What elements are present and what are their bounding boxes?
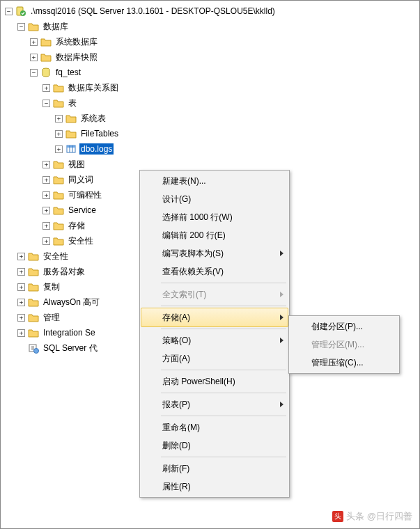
menu-delete[interactable]: 删除(D)	[141, 436, 288, 455]
expand-icon[interactable]: +	[17, 283, 25, 291]
db-security-label: 安全性	[67, 235, 95, 248]
databases-node[interactable]: − 数据库	[5, 19, 419, 34]
expand-icon[interactable]: +	[55, 115, 63, 123]
expand-icon[interactable]: +	[42, 207, 50, 214]
system-tables-label: 系统表	[79, 112, 107, 125]
collapse-icon[interactable]: −	[30, 69, 38, 77]
server-node[interactable]: − .\mssql2016 (SQL Server 13.0.1601 - DE…	[5, 3, 419, 19]
expand-icon[interactable]: +	[42, 84, 50, 92]
expand-icon[interactable]: +	[30, 38, 38, 46]
views-label: 视图	[67, 158, 86, 171]
management-label: 管理	[42, 311, 61, 324]
expand-icon[interactable]: +	[17, 268, 25, 276]
menu-label: 管理分区(M)...	[311, 339, 364, 351]
db-snapshot-node[interactable]: + 数据库快照	[5, 49, 419, 65]
synonyms-label: 同义词	[67, 173, 95, 187]
expand-icon[interactable]: +	[30, 54, 38, 61]
folder-icon	[28, 327, 39, 338]
service-broker-label: Service	[67, 205, 98, 216]
folder-icon	[40, 36, 52, 47]
menu-label: 属性(R)	[162, 481, 191, 493]
menu-separator	[161, 329, 286, 329]
menu-label: 刷新(F)	[162, 463, 189, 475]
database-fq-test-node[interactable]: − fq_test	[5, 65, 419, 80]
db-diagrams-node[interactable]: + 数据库关系图	[5, 80, 419, 95]
menu-label: 全文索引(T)	[162, 289, 206, 301]
submenu-manage-partition: 管理分区(M)...	[290, 335, 398, 354]
menu-label: 新建表(N)...	[162, 175, 206, 187]
security-label: 安全性	[42, 250, 70, 263]
menu-label: 方面(A)	[162, 353, 190, 365]
expand-icon[interactable]: +	[42, 191, 50, 199]
menu-label: 编辑前 200 行(E)	[162, 230, 226, 242]
menu-label: 选择前 1000 行(W)	[162, 212, 233, 223]
menu-script-table-as[interactable]: 编写表脚本为(S)	[141, 244, 288, 262]
menu-separator	[161, 306, 286, 306]
menu-refresh[interactable]: 刷新(F)	[141, 459, 288, 477]
submenu-arrow-icon	[280, 402, 283, 407]
storage-submenu: 创建分区(P)... 管理分区(M)... 管理压缩(C)...	[288, 315, 400, 374]
system-tables-node[interactable]: + 系统表	[5, 111, 419, 126]
menu-rename[interactable]: 重命名(M)	[141, 418, 288, 436]
folder-icon	[53, 235, 64, 246]
menu-view-dependencies[interactable]: 查看依赖关系(V)	[141, 262, 288, 281]
database-icon	[40, 67, 52, 78]
menu-policies[interactable]: 策略(O)	[141, 331, 288, 349]
menu-select-top-1000[interactable]: 选择前 1000 行(W)	[141, 208, 288, 226]
menu-properties[interactable]: 属性(R)	[141, 477, 288, 496]
database-fq-test-label: fq_test	[54, 67, 82, 78]
menu-fulltext-index: 全文索引(T)	[141, 285, 288, 303]
menu-design[interactable]: 设计(G)	[141, 190, 288, 208]
expand-icon[interactable]: +	[17, 329, 25, 337]
menu-label: 删除(D)	[162, 440, 191, 452]
collapse-icon[interactable]: −	[5, 8, 13, 15]
menu-label: 编写表脚本为(S)	[162, 248, 224, 260]
expand-icon[interactable]: +	[55, 145, 63, 153]
submenu-create-partition[interactable]: 创建分区(P)...	[290, 317, 398, 335]
watermark: 头 头条 @日行四善	[332, 510, 412, 523]
databases-label: 数据库	[42, 20, 70, 33]
file-tables-node[interactable]: + FileTables	[5, 126, 419, 141]
expand-icon[interactable]: +	[17, 314, 25, 322]
menu-new-table[interactable]: 新建表(N)...	[141, 172, 288, 190]
expand-icon[interactable]: +	[55, 130, 63, 138]
server-label: .\mssql2016 (SQL Server 13.0.1601 - DESK…	[29, 6, 277, 17]
expand-icon[interactable]: +	[42, 237, 50, 245]
folder-icon	[28, 297, 39, 308]
menu-separator	[161, 457, 286, 457]
tables-node[interactable]: − 表	[5, 95, 419, 111]
menu-separator	[161, 393, 286, 393]
table-dbo-logs-node[interactable]: + dbo.logs	[5, 141, 419, 157]
collapse-icon[interactable]: −	[42, 100, 50, 107]
system-databases-node[interactable]: + 系统数据库	[5, 34, 419, 49]
expand-icon[interactable]: +	[42, 176, 50, 184]
replication-label: 复制	[42, 281, 61, 294]
submenu-arrow-icon	[280, 315, 283, 320]
menu-label: 重命名(M)	[162, 422, 200, 434]
submenu-arrow-icon	[280, 338, 283, 343]
folder-icon	[65, 128, 77, 139]
folder-icon	[65, 113, 77, 124]
menu-label: 管理压缩(C)...	[311, 357, 364, 369]
expand-icon[interactable]: +	[42, 222, 50, 230]
expand-icon[interactable]: +	[17, 253, 25, 260]
svg-rect-4	[67, 145, 75, 148]
svg-point-8	[34, 349, 39, 354]
expand-icon[interactable]: +	[17, 299, 25, 306]
menu-edit-top-200[interactable]: 编辑前 200 行(E)	[141, 226, 288, 244]
expand-icon[interactable]: +	[42, 161, 50, 168]
menu-storage[interactable]: 存储(A)	[141, 308, 288, 327]
menu-reports[interactable]: 报表(P)	[141, 395, 288, 413]
folder-icon	[28, 312, 39, 323]
table-dbo-logs-label: dbo.logs	[79, 143, 114, 155]
integration-services-label: Integration Se	[42, 327, 97, 338]
system-databases-label: 系统数据库	[54, 35, 99, 49]
watermark-text: 头条 @日行四善	[346, 510, 412, 523]
collapse-icon[interactable]: −	[17, 23, 25, 31]
folder-icon	[53, 205, 64, 216]
menu-start-powershell[interactable]: 启动 PowerShell(H)	[141, 372, 288, 390]
submenu-manage-compression[interactable]: 管理压缩(C)...	[290, 354, 398, 372]
menu-facets[interactable]: 方面(A)	[141, 349, 288, 368]
folder-icon	[53, 82, 64, 93]
folder-icon	[53, 159, 64, 170]
